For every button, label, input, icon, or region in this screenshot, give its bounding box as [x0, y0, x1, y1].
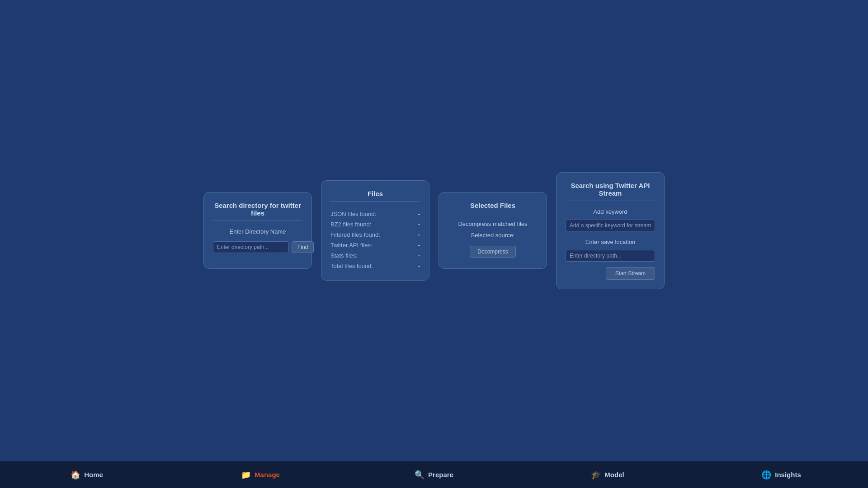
nav-label-home: Home [84, 471, 103, 479]
nav-label-model: Model [604, 471, 624, 479]
nav-label-prepare: Prepare [428, 471, 453, 479]
nav-item-prepare[interactable]: 🔍 Prepare [347, 465, 521, 484]
decompress-label: Decompress matched files [458, 221, 527, 227]
search-section-label: Enter Directory Name [230, 228, 286, 235]
home-icon: 🏠 [71, 470, 80, 480]
twitter-api-files-value: - [418, 242, 420, 249]
stream-card: Search using Twitter API Stream Add keyw… [556, 172, 665, 289]
filtered-files-label: Filtered files found: [330, 231, 380, 238]
total-files-row: Total files found: - [330, 261, 420, 271]
filtered-files-value: - [418, 231, 420, 238]
selected-files-title: Selected Files [448, 202, 538, 213]
start-stream-button[interactable]: Start Stream [606, 267, 655, 280]
json-files-label: JSON files found: [330, 211, 376, 217]
directory-path-input[interactable] [213, 241, 289, 253]
twitter-api-files-row: Twitter API files: - [330, 240, 420, 250]
total-files-value: - [418, 263, 420, 269]
files-stats-table: JSON files found: - BZ2 files found: - F… [330, 209, 420, 271]
nav-label-insights: Insights [775, 471, 801, 479]
json-files-value: - [418, 211, 420, 217]
stats-files-value: - [418, 252, 420, 259]
decompress-button[interactable]: Decompress [470, 246, 515, 258]
total-files-label: Total files found: [330, 263, 373, 269]
files-card: Files JSON files found: - BZ2 files foun… [321, 180, 429, 281]
prepare-icon: 🔍 [415, 470, 425, 480]
search-directory-card: Search directory for twitter files Enter… [203, 192, 312, 269]
nav-item-home[interactable]: 🏠 Home [0, 465, 174, 484]
stats-files-row: Stats files: - [330, 250, 420, 261]
bz2-files-value: - [418, 221, 420, 228]
nav-item-manage[interactable]: 📁 Manage [174, 465, 347, 484]
source-row: Selected source: [471, 232, 515, 239]
bottom-nav: 🏠 Home 📁 Manage 🔍 Prepare 🎓 Model 🌐 Insi… [0, 461, 868, 488]
source-label: Selected source: [471, 232, 515, 239]
search-card-title: Search directory for twitter files [213, 202, 302, 221]
twitter-api-files-label: Twitter API files: [330, 242, 372, 249]
keyword-input[interactable] [566, 220, 655, 231]
selected-files-card: Selected Files Decompress matched files … [439, 192, 547, 269]
nav-item-model[interactable]: 🎓 Model [521, 465, 694, 484]
save-location-input[interactable] [566, 250, 655, 262]
main-content: Search directory for twitter files Enter… [0, 0, 868, 461]
json-files-row: JSON files found: - [330, 209, 420, 219]
stats-files-label: Stats files: [330, 252, 358, 259]
model-icon: 🎓 [591, 470, 601, 480]
find-button[interactable]: Find [292, 241, 314, 253]
keyword-label: Add keyword [593, 208, 627, 215]
nav-label-manage: Manage [255, 471, 280, 479]
files-card-title: Files [330, 190, 420, 202]
search-input-row: Find [213, 241, 302, 253]
bz2-files-label: BZ2 files found: [330, 221, 371, 228]
manage-icon: 📁 [241, 470, 251, 480]
filtered-files-row: Filtered files found: - [330, 230, 420, 240]
insights-icon: 🌐 [761, 470, 771, 480]
stream-card-title: Search using Twitter API Stream [566, 182, 655, 201]
nav-item-insights[interactable]: 🌐 Insights [694, 465, 868, 484]
save-location-label: Enter save location [585, 239, 636, 245]
bz2-files-row: BZ2 files found: - [330, 219, 420, 230]
